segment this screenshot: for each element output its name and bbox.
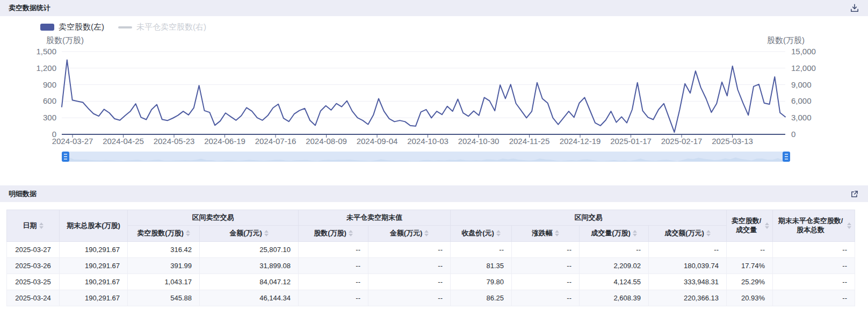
sort-caret-icon[interactable] xyxy=(424,230,429,236)
right-axis-name: 股数(万股) xyxy=(767,35,805,45)
cell-date: 2025-03-26 xyxy=(7,258,60,274)
cell-date: 2025-03-24 xyxy=(7,290,60,306)
column-header-label: 收盘价(元) xyxy=(461,229,494,238)
column-header-label: 期末总股本(万股) xyxy=(67,221,120,231)
sort-caret-icon[interactable] xyxy=(186,230,190,236)
legend-label: 卖空股数(左) xyxy=(59,22,104,32)
cell-value: 2,209.02 xyxy=(580,258,649,274)
sort-caret-icon[interactable] xyxy=(847,222,851,229)
detail-table-wrap: 日期期末总股本(万股)区间卖空交易未平仓卖空期末值区间交易卖空股数/成交量期末未… xyxy=(6,210,862,306)
cell-date: 2025-03-27 xyxy=(7,242,60,258)
column-header[interactable]: 期末未平仓卖空股数/股本总数 xyxy=(773,210,855,242)
right-axis-tick-label: 6,000 xyxy=(791,96,812,105)
cell-value: -- xyxy=(649,242,727,258)
sort-caret-icon[interactable] xyxy=(555,230,559,236)
sort-caret-icon[interactable] xyxy=(39,222,44,229)
cell-date: 2025-03-25 xyxy=(7,274,60,290)
cell-value: 190,291.67 xyxy=(60,258,128,274)
right-axis-tick-label: 9,000 xyxy=(791,80,812,89)
column-group-header: 区间交易 xyxy=(451,210,727,226)
cell-value: 2,608.39 xyxy=(580,290,649,306)
export-icon[interactable] xyxy=(850,189,859,199)
cell-value: 25.29% xyxy=(727,274,773,290)
cell-value: -- xyxy=(368,258,451,274)
column-header[interactable]: 涨跌幅 xyxy=(512,226,580,242)
cell-value: -- xyxy=(773,242,855,258)
cell-value: 81.35 xyxy=(451,258,512,274)
cell-value: -- xyxy=(512,290,580,306)
sort-caret-icon[interactable] xyxy=(349,230,353,236)
column-header-label: 金额(万元) xyxy=(390,229,423,238)
right-axis-tick-label: 0 xyxy=(791,130,795,139)
cell-value: 84,047.12 xyxy=(200,274,299,290)
cell-value: -- xyxy=(512,258,580,274)
cell-value: 25,807.10 xyxy=(200,242,299,258)
column-header[interactable]: 成交额(万元) xyxy=(649,226,727,242)
column-header[interactable]: 收盘价(元) xyxy=(451,226,512,242)
column-header-label: 成交额(万元) xyxy=(664,229,704,238)
column-group-header: 未平仓卖空期末值 xyxy=(299,210,451,226)
cell-value: 79.80 xyxy=(451,274,512,290)
cell-value: -- xyxy=(512,274,580,290)
column-header: 期末总股本(万股) xyxy=(60,210,128,242)
series-line-short-shares xyxy=(62,60,785,132)
left-axis-tick-label: 900 xyxy=(43,80,56,89)
cell-value: 391.99 xyxy=(128,258,200,274)
column-header[interactable]: 成交量(万股) xyxy=(580,226,649,242)
detail-table: 日期期末总股本(万股)区间卖空交易未平仓卖空期末值区间交易卖空股数/成交量期末未… xyxy=(6,210,855,306)
left-axis-tick-label: 300 xyxy=(43,113,56,122)
sort-caret-icon[interactable] xyxy=(706,230,711,236)
x-axis-tick-label: 2024-11-25 xyxy=(509,136,550,146)
detail-section-title: 明细数据 xyxy=(9,189,37,199)
sort-caret-icon[interactable] xyxy=(765,222,769,229)
column-group-header: 区间卖空交易 xyxy=(128,210,299,226)
cell-value: 190,291.67 xyxy=(60,274,128,290)
cell-value: 180,039.74 xyxy=(649,258,727,274)
x-axis-tick-label: 2024-12-19 xyxy=(560,136,601,146)
cell-value: 20.93% xyxy=(727,290,773,306)
cell-value: 1,043.17 xyxy=(128,274,200,290)
cell-value: 316.42 xyxy=(128,242,200,258)
right-axis-tick-label: 15,000 xyxy=(791,47,816,56)
legend-item-open-short-shares[interactable]: 未平仓卖空股数(右) xyxy=(118,22,206,32)
column-header-label: 卖空股数/成交量 xyxy=(730,217,763,235)
column-header[interactable]: 卖空股数/成交量 xyxy=(727,210,773,242)
x-axis-tick-label: 2024-10-30 xyxy=(458,136,500,146)
sort-caret-icon[interactable] xyxy=(496,230,501,236)
cell-value: 86.25 xyxy=(451,290,512,306)
cell-value: -- xyxy=(368,274,451,290)
x-axis-tick-label: 2024-03-27 xyxy=(52,136,93,146)
column-header[interactable]: 股数(万股) xyxy=(299,226,368,242)
chart-legend: 卖空股数(左) 未平仓卖空股数(右) xyxy=(40,22,206,32)
cell-value: 190,291.67 xyxy=(60,290,128,306)
download-icon[interactable] xyxy=(850,3,859,13)
cell-value: 545.88 xyxy=(128,290,200,306)
cell-value: 31,899.08 xyxy=(200,258,299,274)
left-axis-tick-label: 1,200 xyxy=(36,63,56,73)
column-header-label: 期末未平仓卖空股数/股本总数 xyxy=(776,217,845,235)
column-header-label: 卖空股数(万股) xyxy=(137,229,184,238)
left-axis-name: 股数(万股) xyxy=(46,35,84,45)
cell-value: 220,366.13 xyxy=(649,290,727,306)
left-axis-tick-label: 1,500 xyxy=(36,47,56,56)
column-header[interactable]: 金额(万元) xyxy=(368,226,451,242)
column-header[interactable]: 卖空股数(万股) xyxy=(128,226,200,242)
column-header[interactable]: 金额(万元) xyxy=(200,226,299,242)
sort-caret-icon[interactable] xyxy=(264,230,269,236)
sort-caret-icon[interactable] xyxy=(633,230,637,236)
column-header[interactable]: 日期 xyxy=(7,210,60,242)
x-axis-tick-label: 2024-08-09 xyxy=(306,136,347,146)
x-axis-tick-label: 2024-09-04 xyxy=(357,136,398,146)
column-header-label: 涨跌幅 xyxy=(532,229,553,238)
legend-item-short-shares[interactable]: 卖空股数(左) xyxy=(40,22,104,32)
cell-value: 4,124.55 xyxy=(580,274,649,290)
column-header-label: 成交量(万股) xyxy=(591,229,631,238)
x-axis-tick-label: 2024-10-03 xyxy=(407,136,449,146)
column-header-label: 区间交易 xyxy=(575,213,603,222)
cell-value: -- xyxy=(773,258,855,274)
short-sell-chart-panel: 003003,0006006,0009009,0001,20012,0001,5… xyxy=(0,16,868,180)
cell-value: -- xyxy=(368,242,451,258)
section-gap xyxy=(0,180,868,185)
column-header-label: 区间卖空交易 xyxy=(192,213,234,222)
cell-value: 190,291.67 xyxy=(60,242,128,258)
